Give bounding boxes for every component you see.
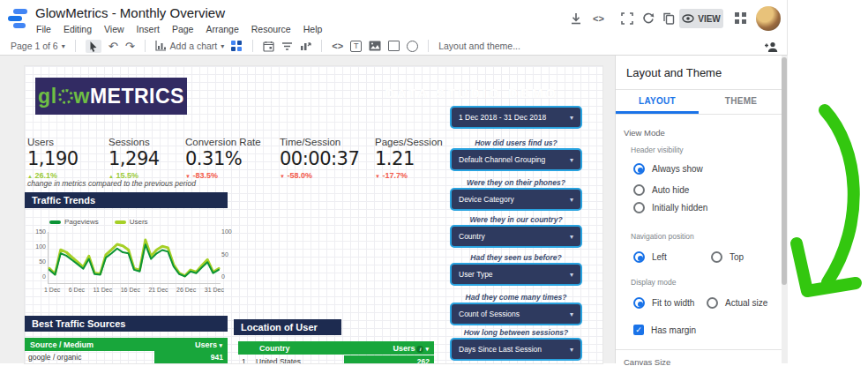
count-of-sessions-dropdown[interactable]: Count of Sessions▾ bbox=[450, 303, 582, 325]
checkbox-checked-icon[interactable]: ✓ bbox=[633, 325, 644, 335]
tab-layout[interactable]: LAYOUT bbox=[616, 96, 699, 106]
option-initially-hidden[interactable]: Initially hidden bbox=[633, 202, 707, 213]
days-since-last-session-dropdown[interactable]: Days Since Last Session▾ bbox=[450, 338, 582, 361]
filter-question: Had they seen us before? bbox=[450, 253, 582, 262]
channel-grouping-dropdown[interactable]: Default Channel Grouping▾ bbox=[450, 148, 582, 171]
edit-toolbar: Page 1 of 6▾ ↶ ↷ Add a chart▾ <> T bbox=[0, 37, 787, 56]
filter-question: Were they in our country? bbox=[450, 215, 582, 224]
option-auto-hide[interactable]: Auto hide bbox=[633, 184, 689, 196]
layout-theme-button[interactable]: Layout and theme... bbox=[438, 41, 520, 51]
menu-arrange[interactable]: Arrange bbox=[206, 24, 238, 34]
radio-selected-icon[interactable] bbox=[633, 297, 645, 309]
device-category-dropdown[interactable]: Device Category▾ bbox=[450, 188, 582, 211]
select-tool-icon[interactable] bbox=[86, 40, 101, 53]
section-header-traffic-trends: Traffic Trends bbox=[25, 192, 228, 208]
right-axis-ticks: 100500 bbox=[221, 228, 232, 280]
community-visualizations-icon[interactable] bbox=[231, 41, 243, 52]
best-sources-table-header[interactable]: Source / Medium Users ▾ bbox=[25, 338, 228, 351]
text-tool-icon[interactable]: T bbox=[350, 41, 362, 52]
fullscreen-icon[interactable] bbox=[620, 11, 634, 26]
url-embed-icon[interactable]: <> bbox=[332, 41, 343, 51]
data-studio-logo-icon[interactable] bbox=[8, 8, 29, 29]
section-header-best-traffic-sources: Best Traffic Sources bbox=[25, 316, 228, 332]
best-sources-row[interactable]: google / organic 941 bbox=[25, 351, 228, 363]
page-selector[interactable]: Page 1 of 6▾ bbox=[11, 41, 65, 51]
radio-icon[interactable] bbox=[633, 202, 645, 213]
filter-question: Were they on their phones? bbox=[450, 178, 582, 187]
radio-selected-icon[interactable] bbox=[633, 163, 645, 175]
rectangle-tool-icon[interactable] bbox=[388, 41, 400, 51]
report-page[interactable]: glwMETRICS DATA STUDIO DEMO Users 1,190 … bbox=[25, 66, 602, 363]
bar-chart-icon bbox=[155, 41, 167, 51]
navigation-position-label: Navigation position bbox=[631, 232, 694, 241]
menu-editing[interactable]: Editing bbox=[64, 24, 92, 34]
traffic-trends-plot bbox=[49, 232, 219, 281]
arrow-down-icon: ▼ bbox=[280, 174, 285, 179]
add-chart-button[interactable]: Add a chart▾ bbox=[155, 41, 225, 51]
redo-icon[interactable]: ↷ bbox=[125, 40, 135, 53]
view-button[interactable]: VIEW bbox=[679, 9, 723, 28]
report-title[interactable]: GlowMetrics - Monthly Overview bbox=[35, 5, 225, 20]
date-range-control-icon[interactable] bbox=[263, 41, 274, 52]
location-table-header[interactable]: Country Usersi▾ bbox=[238, 341, 434, 355]
scorecard-users[interactable]: Users 1,190 ▲ 26.1% bbox=[27, 137, 105, 180]
caret-down-icon: ▾ bbox=[570, 310, 573, 318]
caret-down-icon: ▾ bbox=[570, 271, 573, 279]
chart-legend: Pageviews Users bbox=[49, 218, 148, 226]
copy-report-icon[interactable] bbox=[662, 11, 676, 26]
option-nav-top[interactable]: Top bbox=[711, 251, 744, 263]
option-actual-size[interactable]: Actual size bbox=[707, 297, 767, 309]
undo-icon[interactable]: ↶ bbox=[108, 40, 118, 53]
user-type-dropdown[interactable]: User Type▾ bbox=[450, 263, 582, 286]
option-nav-left[interactable]: Left bbox=[633, 251, 667, 263]
layout-theme-panel: Layout and Theme LAYOUT THEME View Mode … bbox=[615, 56, 782, 363]
date-range-dropdown[interactable]: 1 Dec 2018 - 31 Dec 2018▾ bbox=[450, 106, 582, 129]
google-apps-grid-icon[interactable] bbox=[735, 12, 746, 24]
tab-theme[interactable]: THEME bbox=[700, 96, 782, 106]
embed-report-icon[interactable]: <> bbox=[593, 13, 607, 27]
scorecards-note: change in metrics compared to the previo… bbox=[27, 179, 196, 188]
refresh-icon[interactable] bbox=[641, 11, 655, 26]
radio-icon[interactable] bbox=[707, 297, 718, 309]
canvas-workspace: glwMETRICS DATA STUDIO DEMO Users 1,190 … bbox=[0, 56, 788, 363]
x-axis-ticks: 1 Dec6 Dec11 Dec16 Dec21 Dec26 Dec31 Dec bbox=[44, 287, 224, 293]
filter-control-icon[interactable] bbox=[281, 41, 293, 51]
menu-help[interactable]: Help bbox=[303, 24, 323, 34]
info-icon: i bbox=[416, 346, 423, 353]
caret-down-icon: ▾ bbox=[221, 42, 224, 50]
country-dropdown[interactable]: Country▾ bbox=[450, 225, 582, 248]
menu-insert[interactable]: Insert bbox=[137, 24, 160, 34]
download-icon[interactable] bbox=[569, 11, 583, 26]
users-value-bar: 941 bbox=[154, 351, 228, 363]
annotation-arrow-down-icon bbox=[774, 86, 868, 309]
canvas-size-label: Canvas Size bbox=[624, 357, 670, 367]
scorecard-sessions[interactable]: Sessions 1,294 ▲ 15.5% bbox=[108, 137, 183, 180]
app-header: GlowMetrics - Monthly Overview File Edit… bbox=[0, 0, 787, 37]
menu-resource[interactable]: Resource bbox=[251, 24, 291, 34]
menu-file[interactable]: File bbox=[36, 24, 51, 34]
radio-icon[interactable] bbox=[711, 251, 722, 263]
location-row[interactable]: 1 United States 262 bbox=[238, 355, 434, 363]
glowmetrics-logo: glwMETRICS bbox=[35, 78, 187, 115]
users-value-bar: 262 bbox=[344, 355, 434, 363]
radio-icon[interactable] bbox=[633, 184, 645, 196]
menu-view[interactable]: View bbox=[104, 24, 124, 34]
menu-page[interactable]: Page bbox=[172, 24, 194, 34]
filter-question: How long between sessions? bbox=[450, 328, 582, 337]
scorecard-time-session[interactable]: Time/Session 00:00:37 ▼ -58.0% bbox=[280, 137, 372, 180]
share-add-person-icon[interactable] bbox=[764, 41, 778, 53]
sunburst-icon bbox=[58, 89, 73, 104]
user-avatar[interactable] bbox=[756, 6, 781, 31]
option-fit-to-width[interactable]: Fit to width bbox=[633, 297, 694, 309]
option-has-margin[interactable]: ✓Has margin bbox=[633, 325, 696, 335]
image-tool-icon[interactable] bbox=[369, 41, 381, 51]
traffic-trends-chart[interactable]: Pageviews Users 150100500 100500 bbox=[26, 213, 235, 299]
data-control-icon[interactable] bbox=[300, 41, 311, 51]
view-mode-label: View Mode bbox=[624, 128, 665, 138]
radio-selected-icon[interactable] bbox=[633, 251, 645, 263]
scorecard-pages-session[interactable]: Pages/Session 1.21 ▼ -17.7% bbox=[375, 137, 454, 180]
menu-bar: File Editing View Insert Page Arrange Re… bbox=[36, 24, 322, 34]
option-always-show[interactable]: Always show bbox=[633, 163, 703, 175]
circle-tool-icon[interactable] bbox=[407, 41, 418, 52]
scorecard-conversion-rate[interactable]: Conversion Rate 0.31% ▼ -83.5% bbox=[185, 137, 278, 180]
